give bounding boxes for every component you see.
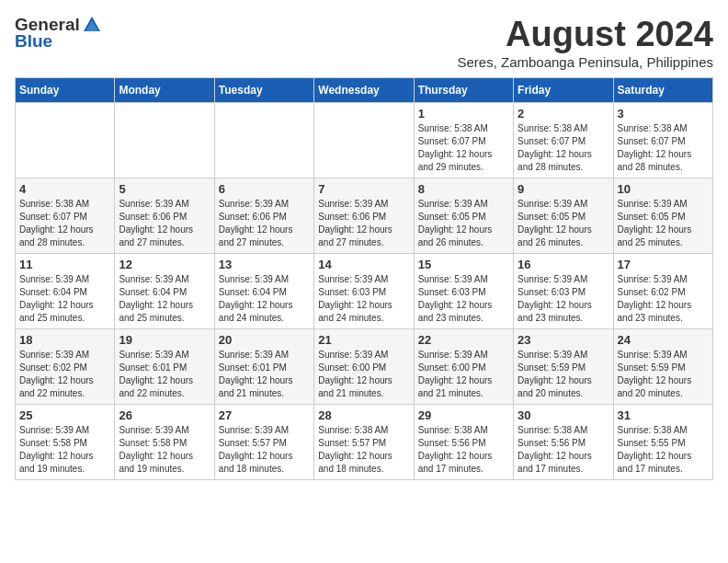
- week-row-3: 11Sunrise: 5:39 AM Sunset: 6:04 PM Dayli…: [16, 254, 713, 329]
- location-subtitle: Seres, Zamboanga Peninsula, Philippines: [457, 54, 713, 70]
- day-info: Sunrise: 5:39 AM Sunset: 6:01 PM Dayligh…: [119, 349, 210, 400]
- day-cell: 5Sunrise: 5:39 AM Sunset: 6:06 PM Daylig…: [115, 178, 214, 254]
- day-info: Sunrise: 5:39 AM Sunset: 6:02 PM Dayligh…: [19, 349, 110, 400]
- day-cell: 28Sunrise: 5:38 AM Sunset: 5:57 PM Dayli…: [314, 405, 414, 480]
- day-info: Sunrise: 5:39 AM Sunset: 6:06 PM Dayligh…: [219, 198, 310, 249]
- column-header-saturday: Saturday: [613, 78, 712, 103]
- week-row-5: 25Sunrise: 5:39 AM Sunset: 5:58 PM Dayli…: [16, 405, 713, 480]
- day-number: 8: [418, 182, 509, 196]
- day-cell: 6Sunrise: 5:39 AM Sunset: 6:06 PM Daylig…: [214, 178, 313, 254]
- day-cell: 4Sunrise: 5:38 AM Sunset: 6:07 PM Daylig…: [16, 178, 115, 254]
- day-cell: 9Sunrise: 5:39 AM Sunset: 6:05 PM Daylig…: [514, 178, 613, 254]
- day-number: 1: [418, 107, 509, 121]
- day-info: Sunrise: 5:39 AM Sunset: 6:03 PM Dayligh…: [418, 273, 509, 325]
- day-info: Sunrise: 5:38 AM Sunset: 6:07 PM Dayligh…: [618, 122, 709, 174]
- column-header-wednesday: Wednesday: [314, 78, 414, 103]
- day-cell: 20Sunrise: 5:39 AM Sunset: 6:01 PM Dayli…: [214, 329, 313, 405]
- week-row-1: 1Sunrise: 5:38 AM Sunset: 6:07 PM Daylig…: [16, 103, 713, 178]
- day-number: 25: [19, 408, 110, 422]
- day-number: 29: [418, 408, 509, 422]
- day-info: Sunrise: 5:39 AM Sunset: 6:01 PM Dayligh…: [219, 349, 310, 400]
- day-number: 19: [119, 333, 210, 347]
- day-cell: 15Sunrise: 5:39 AM Sunset: 6:03 PM Dayli…: [414, 254, 513, 329]
- day-number: 24: [618, 333, 709, 347]
- day-cell: 26Sunrise: 5:39 AM Sunset: 5:58 PM Dayli…: [115, 405, 214, 480]
- day-info: Sunrise: 5:38 AM Sunset: 6:07 PM Dayligh…: [19, 198, 110, 249]
- day-cell: [115, 103, 214, 178]
- day-info: Sunrise: 5:38 AM Sunset: 5:56 PM Dayligh…: [418, 424, 509, 476]
- day-cell: [214, 103, 313, 178]
- day-cell: 2Sunrise: 5:38 AM Sunset: 6:07 PM Daylig…: [514, 103, 613, 178]
- day-info: Sunrise: 5:39 AM Sunset: 6:04 PM Dayligh…: [219, 273, 310, 325]
- day-number: 13: [219, 258, 310, 271]
- column-header-thursday: Thursday: [414, 78, 513, 103]
- day-cell: 16Sunrise: 5:39 AM Sunset: 6:03 PM Dayli…: [514, 254, 613, 329]
- day-info: Sunrise: 5:39 AM Sunset: 6:04 PM Dayligh…: [19, 273, 110, 325]
- logo: General Blue: [15, 15, 102, 52]
- day-number: 10: [618, 182, 709, 196]
- day-number: 9: [518, 182, 609, 196]
- day-number: 15: [418, 258, 509, 271]
- day-cell: 31Sunrise: 5:38 AM Sunset: 5:55 PM Dayli…: [613, 405, 712, 480]
- day-cell: [16, 103, 115, 178]
- day-number: 16: [518, 258, 609, 271]
- day-info: Sunrise: 5:38 AM Sunset: 5:56 PM Dayligh…: [518, 424, 609, 476]
- day-cell: 1Sunrise: 5:38 AM Sunset: 6:07 PM Daylig…: [414, 103, 513, 178]
- day-cell: 23Sunrise: 5:39 AM Sunset: 5:59 PM Dayli…: [514, 329, 613, 405]
- day-number: 18: [19, 333, 110, 347]
- day-cell: 14Sunrise: 5:39 AM Sunset: 6:03 PM Dayli…: [314, 254, 414, 329]
- day-info: Sunrise: 5:39 AM Sunset: 6:06 PM Dayligh…: [318, 198, 409, 249]
- week-row-4: 18Sunrise: 5:39 AM Sunset: 6:02 PM Dayli…: [16, 329, 713, 405]
- day-number: 20: [219, 333, 310, 347]
- day-cell: 10Sunrise: 5:39 AM Sunset: 6:05 PM Dayli…: [613, 178, 712, 254]
- day-info: Sunrise: 5:39 AM Sunset: 5:57 PM Dayligh…: [219, 424, 310, 476]
- day-info: Sunrise: 5:39 AM Sunset: 6:03 PM Dayligh…: [518, 273, 609, 325]
- day-info: Sunrise: 5:39 AM Sunset: 6:03 PM Dayligh…: [318, 273, 409, 325]
- day-cell: 22Sunrise: 5:39 AM Sunset: 6:00 PM Dayli…: [414, 329, 513, 405]
- day-number: 4: [19, 182, 110, 196]
- day-info: Sunrise: 5:39 AM Sunset: 6:04 PM Dayligh…: [119, 273, 210, 325]
- day-info: Sunrise: 5:39 AM Sunset: 5:59 PM Dayligh…: [518, 349, 609, 400]
- day-number: 17: [618, 258, 709, 271]
- day-cell: 25Sunrise: 5:39 AM Sunset: 5:58 PM Dayli…: [16, 405, 115, 480]
- calendar-table: SundayMondayTuesdayWednesdayThursdayFrid…: [15, 77, 713, 480]
- week-row-2: 4Sunrise: 5:38 AM Sunset: 6:07 PM Daylig…: [16, 178, 713, 254]
- day-info: Sunrise: 5:39 AM Sunset: 6:05 PM Dayligh…: [618, 198, 709, 249]
- logo-icon: [82, 15, 102, 35]
- day-number: 28: [318, 408, 409, 422]
- day-info: Sunrise: 5:38 AM Sunset: 5:57 PM Dayligh…: [318, 424, 409, 476]
- day-cell: 19Sunrise: 5:39 AM Sunset: 6:01 PM Dayli…: [115, 329, 214, 405]
- day-cell: 13Sunrise: 5:39 AM Sunset: 6:04 PM Dayli…: [214, 254, 313, 329]
- day-cell: 29Sunrise: 5:38 AM Sunset: 5:56 PM Dayli…: [414, 405, 513, 480]
- day-number: 7: [318, 182, 409, 196]
- column-header-monday: Monday: [115, 78, 214, 103]
- day-number: 21: [318, 333, 409, 347]
- day-info: Sunrise: 5:39 AM Sunset: 6:02 PM Dayligh…: [618, 273, 709, 325]
- day-number: 12: [119, 258, 210, 271]
- day-info: Sunrise: 5:39 AM Sunset: 5:58 PM Dayligh…: [19, 424, 110, 476]
- day-number: 14: [318, 258, 409, 271]
- day-cell: 17Sunrise: 5:39 AM Sunset: 6:02 PM Dayli…: [613, 254, 712, 329]
- day-number: 27: [219, 408, 310, 422]
- day-info: Sunrise: 5:39 AM Sunset: 5:59 PM Dayligh…: [618, 349, 709, 400]
- day-cell: 8Sunrise: 5:39 AM Sunset: 6:05 PM Daylig…: [414, 178, 513, 254]
- column-header-tuesday: Tuesday: [214, 78, 313, 103]
- day-number: 11: [19, 258, 110, 271]
- day-cell: [314, 103, 414, 178]
- day-info: Sunrise: 5:38 AM Sunset: 6:07 PM Dayligh…: [518, 122, 609, 174]
- day-cell: 21Sunrise: 5:39 AM Sunset: 6:00 PM Dayli…: [314, 329, 414, 405]
- day-info: Sunrise: 5:39 AM Sunset: 6:00 PM Dayligh…: [418, 349, 509, 400]
- day-number: 31: [618, 408, 709, 422]
- month-year-title: August 2024: [457, 15, 713, 54]
- day-number: 26: [119, 408, 210, 422]
- day-cell: 3Sunrise: 5:38 AM Sunset: 6:07 PM Daylig…: [613, 103, 712, 178]
- day-cell: 18Sunrise: 5:39 AM Sunset: 6:02 PM Dayli…: [16, 329, 115, 405]
- header-row: SundayMondayTuesdayWednesdayThursdayFrid…: [16, 78, 713, 103]
- day-info: Sunrise: 5:38 AM Sunset: 5:55 PM Dayligh…: [618, 424, 709, 476]
- day-number: 22: [418, 333, 509, 347]
- day-number: 6: [219, 182, 310, 196]
- day-info: Sunrise: 5:39 AM Sunset: 6:00 PM Dayligh…: [318, 349, 409, 400]
- day-cell: 7Sunrise: 5:39 AM Sunset: 6:06 PM Daylig…: [314, 178, 414, 254]
- day-info: Sunrise: 5:39 AM Sunset: 5:58 PM Dayligh…: [119, 424, 210, 476]
- title-area: August 2024 Seres, Zamboanga Peninsula, …: [457, 15, 713, 70]
